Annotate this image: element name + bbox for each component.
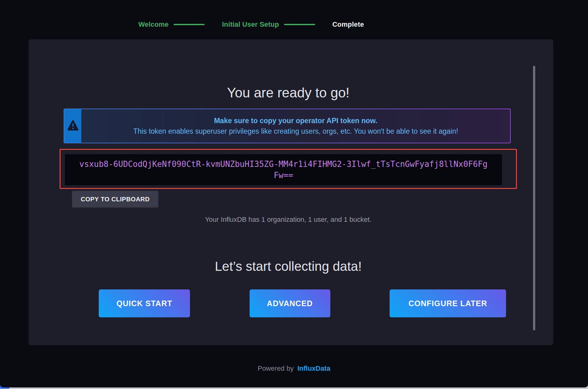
resources-summary: Your InfluxDB has 1 organization, 1 user… [60,216,517,224]
cta-heading: Let’s start collecting data! [60,259,517,274]
app-window: Welcome Initial User Setup Complete You … [0,0,588,387]
influxdata-brand-link[interactable]: InfluxData [297,364,330,373]
vertical-scrollbar-thumb[interactable] [533,66,535,330]
setup-stepper-inner: Welcome Initial User Setup Complete [138,20,364,29]
warning-banner-border: Make sure to copy your operator API toke… [64,109,511,143]
warning-heading: Make sure to copy your operator API toke… [91,115,501,126]
api-token-value[interactable]: vsxub8-6UDCodQjKeNf090CtR-kvmUNZbuHI35ZG… [65,154,502,185]
copy-to-clipboard-button[interactable]: COPY TO CLIPBOARD [72,191,158,208]
advanced-button[interactable]: ADVANCED [250,289,330,317]
configure-later-button[interactable]: CONFIGURE LATER [390,289,506,317]
token-highlight-outline: vsxub8-6UDCodQjKeNf090CtR-kvmUNZbuHI35ZG… [60,149,517,189]
step-connector [174,24,205,25]
step-connector [284,24,315,25]
window-bottom-edge [0,387,588,389]
actions-row: QUICK START ADVANCED CONFIGURE LATER [99,289,506,317]
step-initial-user-setup[interactable]: Initial User Setup [222,20,279,29]
powered-by-label: Powered by [258,364,294,373]
setup-stepper: Welcome Initial User Setup Complete [0,20,588,29]
warning-triangle-icon [67,120,79,132]
setup-complete-panel: You are ready to go! Make sure to copy y… [29,39,553,345]
footer: Powered by InfluxData [0,362,588,375]
warning-icon-block [64,109,81,143]
warning-message: Make sure to copy your operator API toke… [81,109,510,143]
page-title: You are ready to go! [60,85,517,100]
step-welcome[interactable]: Welcome [138,20,169,29]
step-complete[interactable]: Complete [332,20,364,29]
warning-body: This token enables superuser privileges … [91,126,501,136]
quick-start-button[interactable]: QUICK START [99,289,190,317]
warning-banner: Make sure to copy your operator API toke… [64,109,510,143]
